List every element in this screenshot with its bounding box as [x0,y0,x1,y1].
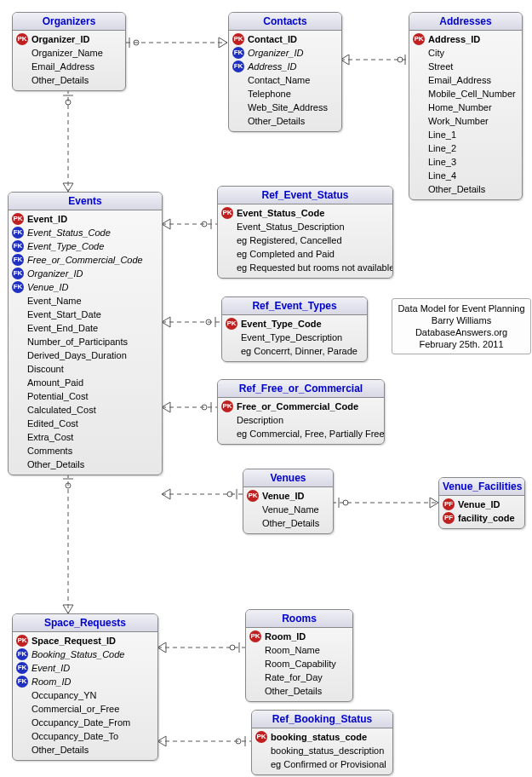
pk-icon: PK [413,33,425,45]
attr-row: Event_Start_Date [12,308,158,321]
attr-label: Other_Details [428,182,485,196]
attr-row: booking_status_description [255,744,389,757]
entity-ref-booking-status-title: Ref_Booking_Status [252,711,392,728]
none-icon [255,745,267,757]
attr-label: Mobile_Cell_Number [428,87,516,101]
attr-row: Street [413,60,518,73]
none-icon [12,322,24,334]
entity-ref-event-status-body: PKEvent_Status_CodeEvent_Status_Descript… [218,204,392,278]
none-icon [221,262,233,273]
attr-row: Rate_for_Day [249,671,349,684]
none-icon [221,414,233,426]
attr-row: Telephone [232,87,338,101]
attr-row: PKbooking_status_code [255,730,389,744]
note-line-1: Data Model for Event Planning [398,302,525,314]
attr-label: Extra_Cost [27,430,73,444]
attr-label: Room_ID [31,675,71,688]
svg-point-40 [202,405,207,410]
attr-row: PKOrganizer_ID [16,32,122,46]
none-icon [226,331,237,343]
attr-label: Web_Site_Address [248,101,328,114]
attr-label: Organizer_ID [31,32,89,46]
svg-line-42 [162,494,170,499]
attr-label: Address_ID [248,60,296,73]
entity-organizers-body: PKOrganizer_IDOrganizer_NameEmail_Addres… [13,31,125,90]
attr-label: Venue_ID [458,498,501,511]
attr-label: Event_Type_Code [27,239,104,253]
attr-label: Other_Details [248,114,305,128]
none-icon [413,129,425,141]
attr-row: Work_Number [413,114,518,128]
attr-row: PKEvent_Status_Code [221,206,389,220]
attr-label: booking_status_code [271,730,367,744]
attr-row: Venue_Name [247,503,329,516]
attr-row: FKVenue_ID [12,280,158,294]
entity-addresses: Addresses PKAddress_IDCityStreetEmail_Ad… [409,12,523,200]
none-icon [221,221,233,233]
none-icon [12,417,24,429]
none-icon [12,445,24,457]
none-icon [12,349,24,361]
attr-row: FKFree_or_Commercial_Code [12,253,158,267]
attr-row: Line_3 [413,155,518,169]
entity-ref-event-types-title: Ref_Event_Types [222,297,367,315]
none-icon [255,758,267,770]
pf-icon: PF [443,512,455,524]
attr-label: Organizer_ID [27,267,83,280]
attr-row: Other_Details [16,73,122,87]
attr-label: Occupancy_YN [31,688,96,702]
none-icon [16,689,28,701]
pk-icon: PK [226,318,237,330]
attr-label: Room_ID [265,630,306,643]
attr-row: PKFree_or_Commercial_Code [221,400,380,413]
none-icon [221,248,233,260]
svg-line-31 [162,317,170,322]
entity-rooms-body: PKRoom_IDRoom_NameRoom_CapabilityRate_fo… [246,628,352,701]
none-icon [12,390,24,402]
attr-row: Occupancy_YN [16,688,154,702]
none-icon [221,234,233,246]
entity-venues: Venues PKVenue_IDVenue_NameOther_Details [243,469,334,534]
svg-line-37 [162,407,170,412]
fk-icon: FK [12,227,24,239]
entity-venue-facilities: Venue_Facilities PFVenue_IDPFfacility_co… [438,477,525,529]
none-icon [413,60,425,72]
pk-icon: PK [12,213,24,225]
note-line-4: February 25th. 2011 [398,338,525,350]
pk-icon: PK [16,635,28,647]
none-icon [232,88,244,100]
entity-contacts-title: Contacts [229,13,341,31]
attr-row: Calculated_Cost [12,403,158,417]
svg-line-48 [430,498,438,503]
attr-label: Description [237,413,283,427]
attr-row: FKEvent_Type_Code [12,239,158,253]
attr-row: FKOrganizer_ID [12,267,158,280]
none-icon [413,74,425,86]
attr-row: FKEvent_ID [16,661,154,675]
none-icon [413,47,425,59]
none-icon [413,88,425,100]
attr-row: Room_Capability [249,657,349,671]
fk-icon: FK [12,268,24,279]
entity-ref-event-status: Ref_Event_Status PKEvent_Status_CodeEven… [217,186,393,279]
fk-icon: FK [16,648,28,660]
attr-label: Booking_Status_Code [31,648,124,661]
none-icon [16,74,28,86]
attr-row: FKOrganizer_ID [232,46,338,60]
entity-rooms-title: Rooms [246,610,352,628]
svg-point-22 [66,100,71,105]
attr-label: Work_Number [428,114,489,128]
attr-label: Venue_ID [27,280,69,294]
svg-point-35 [206,319,211,325]
attr-row: eg Completed and Paid [221,247,389,261]
entity-ref-event-status-title: Ref_Event_Status [218,187,392,204]
attr-row: Comments [12,444,158,458]
svg-point-47 [343,500,348,505]
attr-label: Venue_ID [262,489,305,503]
entity-events-title: Events [9,193,162,210]
svg-line-27 [162,224,170,229]
attr-row: eg Confirmed or Provisional [255,757,389,771]
pk-icon: PK [247,490,259,502]
svg-line-24 [68,183,73,192]
attr-label: Organizer_ID [248,46,303,60]
